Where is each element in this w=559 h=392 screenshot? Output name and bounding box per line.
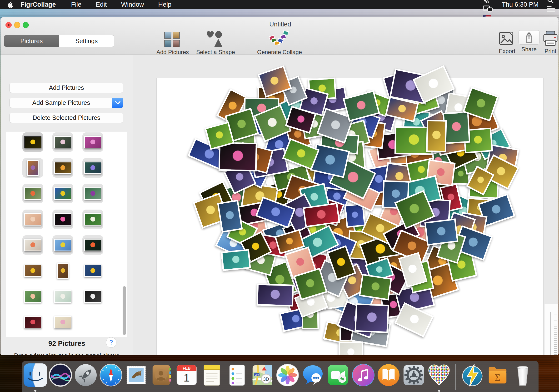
collage-photo[interactable]	[257, 284, 294, 307]
drag-hint: Drag a few pictures in the panel above	[0, 352, 133, 355]
add-pictures-button[interactable]: Add Pictures	[9, 83, 123, 93]
tab-settings[interactable]: Settings	[59, 35, 114, 47]
zoom-slider-track[interactable]	[550, 312, 551, 355]
share-icon	[519, 30, 540, 45]
dock-maps-icon[interactable]: 3D280	[251, 364, 274, 387]
zoom-tick	[554, 321, 557, 321]
collage-photo[interactable]	[424, 218, 458, 245]
menu-clock[interactable]: Thu 6:30 PM	[497, 1, 543, 8]
thumbnail[interactable]	[82, 184, 103, 203]
menu-app-name[interactable]: FigrCollage	[16, 1, 64, 8]
add-sample-pictures-button[interactable]: Add Sample Pictures	[9, 98, 123, 108]
spotlight-search-icon[interactable]	[543, 0, 559, 5]
collage-photo[interactable]	[221, 249, 251, 271]
delete-selected-pictures-button[interactable]: Delete Selected Pictures	[9, 113, 123, 123]
collage-photo[interactable]	[219, 142, 257, 171]
collage-canvas[interactable]	[156, 78, 543, 355]
thumbnail[interactable]	[22, 210, 43, 229]
thumbnail[interactable]	[82, 235, 103, 255]
thumbnail[interactable]	[52, 184, 73, 203]
dock-lightning-app-icon[interactable]	[461, 364, 484, 387]
minimize-button[interactable]	[14, 22, 20, 28]
zoom-tick	[554, 328, 557, 329]
thumbnail[interactable]	[82, 158, 103, 178]
dock-notes-icon[interactable]	[200, 364, 224, 387]
thumbnail[interactable]	[52, 287, 73, 306]
dock-messages-icon[interactable]	[301, 364, 325, 387]
dock-mail-icon[interactable]	[124, 364, 148, 387]
thumbnail[interactable]	[52, 210, 73, 229]
chevron-down-icon[interactable]	[112, 98, 123, 108]
dual-displays-icon[interactable]	[479, 5, 497, 14]
dock-reminders-icon[interactable]	[225, 364, 249, 387]
thumbnail[interactable]	[22, 235, 43, 255]
thumbnail[interactable]	[22, 158, 43, 178]
toolbar-add-pictures-button[interactable]: Add Pictures	[156, 32, 189, 56]
collage-photo[interactable]	[443, 112, 470, 144]
close-button[interactable]	[5, 22, 12, 28]
toolbar-print-button[interactable]: Print	[542, 31, 559, 55]
thumbnail[interactable]	[52, 312, 73, 332]
menu-bar: FigrCollage FileEditWindowHelp Thu 6:30 …	[0, 0, 559, 9]
apple-menu-icon[interactable]	[0, 1, 16, 8]
help-button[interactable]: ?	[106, 337, 116, 348]
dock-trash-icon[interactable]	[511, 364, 534, 387]
svg-text:FEB: FEB	[183, 366, 190, 371]
notification-center-icon[interactable]	[543, 5, 559, 14]
dock-ibooks-icon[interactable]	[377, 364, 400, 387]
scrollbar-thumb[interactable]	[123, 286, 126, 335]
dock-itunes-icon[interactable]	[352, 364, 375, 387]
zoom-tick	[554, 348, 557, 349]
collage-photo[interactable]	[426, 120, 447, 152]
thumbnail[interactable]	[52, 261, 73, 280]
thumbnail-photo	[57, 263, 69, 279]
cursor-pointer-icon[interactable]	[479, 0, 497, 5]
dock-divider	[455, 364, 456, 390]
thumbnail[interactable]	[52, 158, 73, 178]
dock-contacts-icon[interactable]	[150, 364, 173, 387]
zoom-tick	[554, 352, 557, 353]
menu-item-window[interactable]: Window	[114, 1, 151, 8]
dock-sigma-folder-icon[interactable]: Σ	[486, 364, 509, 387]
zoom-tick	[554, 317, 557, 317]
menu-item-edit[interactable]: Edit	[89, 1, 114, 8]
svg-text:3D: 3D	[263, 376, 269, 382]
zoom-tick	[554, 325, 557, 325]
shapes-icon	[205, 31, 226, 47]
dock-calendar-icon[interactable]: FEB1	[175, 364, 198, 387]
thumbnail[interactable]	[22, 184, 43, 203]
toolbar-generate-collage-button[interactable]: Generate Collage	[257, 30, 302, 56]
thumbnail[interactable]	[82, 132, 103, 152]
thumbnail[interactable]	[82, 261, 103, 280]
collage-photo[interactable]	[339, 342, 363, 355]
thumbnail[interactable]	[22, 312, 43, 332]
thumbnail-selected[interactable]	[22, 132, 43, 152]
dock-photos-icon[interactable]	[276, 364, 299, 387]
thumbnail[interactable]	[82, 210, 103, 229]
thumbnail-photo	[84, 136, 102, 148]
thumbnail[interactable]	[52, 235, 73, 255]
dock-launchpad-icon[interactable]	[74, 364, 97, 387]
thumbnail-photo	[84, 213, 102, 225]
dock-safari-icon[interactable]	[99, 364, 123, 387]
thumbnail[interactable]	[22, 261, 43, 280]
menu-item-file[interactable]: File	[64, 1, 89, 8]
toolbar-export-button[interactable]: Export	[499, 31, 516, 55]
pictures-sidebar: Add Pictures Add Sample Pictures Delete …	[0, 55, 133, 355]
dock-finder-icon[interactable]	[24, 364, 47, 387]
toolbar-share-button[interactable]: Share	[519, 30, 540, 53]
dock-figrcollage-icon[interactable]	[427, 364, 451, 387]
collage-photo[interactable]	[355, 303, 389, 333]
zoom-tick	[554, 323, 557, 323]
zoom-button[interactable]	[23, 22, 29, 28]
thumbnail[interactable]	[22, 287, 43, 306]
collage-photo[interactable]	[359, 274, 392, 300]
dock-facetime-icon[interactable]	[326, 364, 350, 387]
menu-item-help[interactable]: Help	[151, 1, 179, 8]
tab-pictures[interactable]: Pictures	[4, 35, 59, 47]
thumbnail[interactable]	[52, 132, 73, 152]
toolbar-select-shape-button[interactable]: Select a Shape	[196, 31, 235, 56]
dock-system-preferences-icon[interactable]	[402, 364, 425, 387]
dock-siri-icon[interactable]	[49, 364, 72, 387]
thumbnail[interactable]	[82, 287, 103, 306]
